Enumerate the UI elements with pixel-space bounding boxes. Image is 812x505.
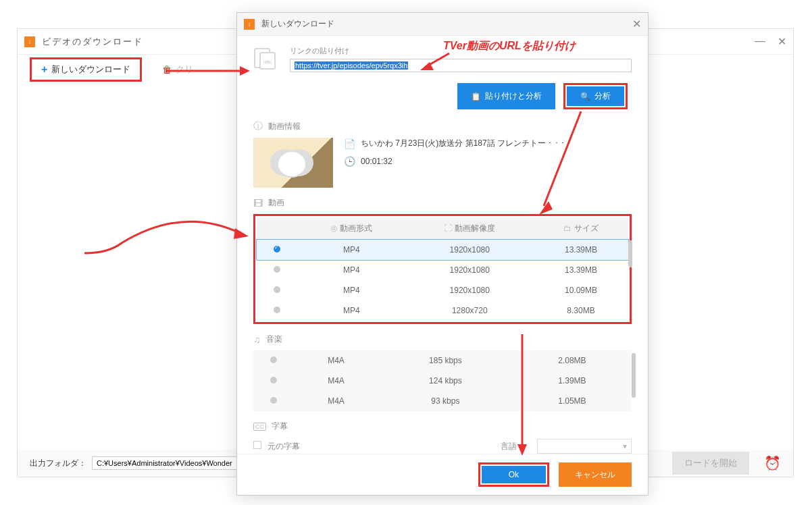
ok-button[interactable]: Ok	[482, 466, 546, 483]
video-format-row[interactable]: MP41920x108013.39MB	[257, 240, 628, 260]
radio-icon	[270, 356, 277, 363]
radio-icon	[274, 307, 280, 313]
audio-format-row[interactable]: M4A185 kbps2.08MB	[253, 350, 632, 371]
bitrate-cell: 124 kbps	[378, 371, 513, 391]
format-icon: ◎	[330, 223, 337, 233]
format-cell: M4A	[294, 350, 378, 371]
size-cell: 8.30MB	[534, 300, 628, 321]
annotation-highlight-table: ◎動画形式 ⛶動画解像度 🗀サイズ MP41920x108013.39MBMP4…	[253, 214, 632, 324]
checkbox-icon	[253, 441, 261, 449]
annotation-highlight-analyze: 🔍 分析	[563, 83, 628, 109]
bitrate-cell: 185 kbps	[378, 350, 513, 371]
video-title: ちいかわ 7月23日(火)放送分 第187話 フレンチトー ･ ･ ･	[361, 138, 565, 149]
bitrate-cell: 93 kbps	[378, 391, 513, 411]
size-cell: 10.09MB	[534, 280, 628, 300]
size-cell: 1.39MB	[513, 371, 632, 391]
analyze-label: 分析	[594, 90, 611, 102]
size-cell: 13.39MB	[534, 240, 628, 260]
format-cell: MP4	[297, 240, 406, 260]
audio-table-scrollbar[interactable]	[632, 353, 636, 398]
schedule-icon[interactable]: ⏰	[764, 455, 781, 471]
size-cell: 2.08MB	[513, 350, 632, 371]
output-folder-label: 出力フォルダ：	[30, 458, 86, 469]
video-format-row[interactable]: MP41920x108010.09MB	[257, 280, 628, 300]
video-section-label: 動画	[268, 197, 284, 209]
audio-format-row[interactable]: M4A124 kbps1.39MB	[253, 371, 632, 391]
language-label: 言語	[501, 441, 517, 452]
clock-icon: 🕒	[344, 156, 355, 167]
video-format-row[interactable]: MP41920x108013.39MB	[257, 260, 628, 280]
resolution-cell: 1920x1080	[406, 280, 534, 300]
dialog-app-icon: ↓	[244, 19, 255, 30]
new-download-dialog: ↓ 新しいダウンロード ✕ URL リンクの貼り付け https://tver.…	[236, 12, 649, 496]
video-thumbnail	[253, 138, 333, 188]
output-folder-path[interactable]: C:¥Users¥Administrator¥Videos¥Wonder	[92, 456, 240, 470]
radio-icon	[270, 377, 277, 383]
format-cell: MP4	[297, 300, 406, 321]
resolution-column-header: ⛶動画解像度	[406, 217, 534, 240]
subtitle-row: 元の字幕 言語 ▾	[253, 439, 632, 454]
chevron-down-icon: ▾	[623, 442, 627, 451]
minimize-button[interactable]: —	[755, 35, 765, 48]
video-section-header: 🎞 動画	[253, 197, 632, 209]
format-cell: M4A	[294, 391, 378, 411]
plus-icon: +	[41, 63, 47, 76]
size-column-header: 🗀サイズ	[534, 217, 628, 240]
app-icon: ↓	[24, 36, 35, 47]
original-subtitle-checkbox[interactable]: 元の字幕	[253, 441, 300, 452]
size-cell: 13.39MB	[534, 260, 628, 280]
main-window-title: ビデオのダウンロード	[42, 36, 143, 48]
clear-label: クリ	[176, 63, 193, 76]
video-duration: 00:01:32	[361, 157, 392, 166]
video-table-scrollbar[interactable]	[628, 240, 632, 267]
radio-icon	[270, 397, 277, 404]
resolution-cell: 1280x720	[406, 300, 534, 321]
music-icon: ♫	[253, 334, 261, 345]
dialog-body: URL リンクの貼り付け https://tver.jp/episodes/ep…	[237, 36, 648, 454]
video-format-row[interactable]: MP41280x7208.30MB	[257, 300, 628, 321]
radio-icon	[274, 286, 280, 293]
start-download-button[interactable]: ロードを開始	[672, 452, 749, 475]
document-icon: 📄	[344, 138, 355, 149]
dialog-footer: Ok キャンセル	[237, 454, 648, 495]
dialog-titlebar: ↓ 新しいダウンロード ✕	[237, 13, 648, 36]
film-icon: 🎞	[253, 198, 263, 209]
dialog-title: 新しいダウンロード	[261, 18, 334, 30]
analyze-button[interactable]: 🔍 分析	[567, 86, 624, 106]
new-download-button[interactable]: + 新しいダウンロード	[30, 57, 142, 82]
trash-icon: 🗑	[162, 64, 172, 75]
info-icon: ⓘ	[253, 120, 263, 132]
subtitle-section-header: CC 字幕	[253, 421, 632, 432]
folder-icon: 🗀	[563, 223, 572, 233]
language-select[interactable]: ▾	[537, 439, 632, 454]
audio-formats-table: M4A185 kbps2.08MBM4A124 kbps1.39MBM4A93 …	[253, 350, 632, 411]
radio-icon	[274, 246, 280, 252]
annotation-text: TVer動画のURLを貼り付け	[443, 39, 576, 53]
original-subtitle-label: 元の字幕	[268, 442, 300, 451]
analyze-row: 📋 貼り付けと分析 🔍 分析	[253, 79, 632, 111]
clipboard-icon: 📋	[471, 92, 481, 101]
format-column-header: ◎動画形式	[297, 217, 406, 240]
new-download-label: 新しいダウンロード	[51, 63, 130, 76]
clear-button[interactable]: 🗑 クリ	[162, 63, 193, 76]
url-docs-icon: URL	[253, 45, 280, 72]
search-icon: 🔍	[580, 92, 590, 101]
audio-format-row[interactable]: M4A93 kbps1.05MB	[253, 391, 632, 411]
paste-analyze-button[interactable]: 📋 貼り付けと分析	[457, 83, 555, 109]
video-info: 📄ちいかわ 7月23日(火)放送分 第187話 フレンチトー ･ ･ ･ 🕒00…	[253, 138, 632, 188]
close-button[interactable]: ✕	[778, 35, 786, 48]
audio-section-label: 音楽	[266, 334, 282, 345]
format-cell: MP4	[297, 280, 406, 300]
format-cell: M4A	[294, 371, 378, 391]
radio-icon	[274, 266, 280, 273]
audio-section-header: ♫ 音楽	[253, 334, 632, 345]
url-input[interactable]: https://tver.jp/episodes/epv5rqx3ih	[290, 59, 632, 72]
video-info-label: 動画情報	[268, 121, 301, 132]
cancel-button[interactable]: キャンセル	[559, 462, 632, 487]
format-cell: MP4	[297, 260, 406, 280]
dialog-close-button[interactable]: ✕	[632, 18, 641, 30]
resolution-cell: 1920x1080	[406, 240, 534, 260]
subtitle-section-label: 字幕	[272, 421, 288, 432]
size-cell: 1.05MB	[513, 391, 632, 411]
cc-icon: CC	[253, 423, 266, 431]
